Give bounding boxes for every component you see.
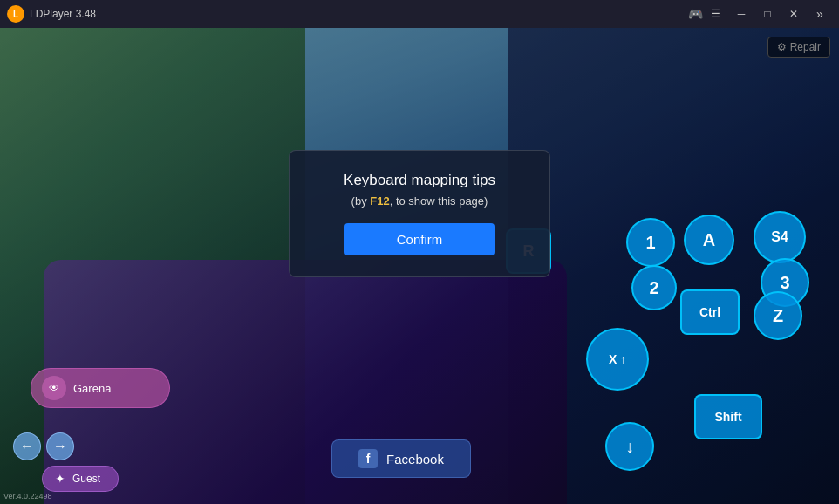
key-ctrl-button[interactable]: Ctrl — [680, 289, 740, 335]
key-shift-button[interactable]: Shift — [694, 394, 762, 439]
key-x-up-button[interactable]: X ↑ — [586, 328, 649, 391]
confirm-button[interactable]: Confirm — [344, 223, 495, 255]
titlebar: L LDPlayer 3.48 🎮 ☰ ─ □ ✕ » — [0, 0, 839, 28]
arrow-right-button[interactable]: → — [46, 432, 74, 460]
f12-key-label: F12 — [370, 194, 389, 208]
window-controls: ☰ ─ □ ✕ » — [703, 4, 832, 24]
key-s4-button[interactable]: S4 — [754, 211, 806, 263]
garena-button[interactable]: 👁 Garena — [31, 368, 170, 408]
garena-label: Garena — [73, 382, 111, 395]
maximize-button[interactable]: □ — [755, 4, 780, 24]
facebook-icon: f — [358, 449, 378, 468]
menu-button[interactable]: ☰ — [703, 4, 727, 24]
key-2-button[interactable]: 2 — [631, 265, 677, 310]
key-1-button[interactable]: 1 — [626, 218, 675, 267]
app-title: LDPlayer 3.48 — [30, 8, 683, 20]
game-area: ⚙ Repair Keyboard mapping tips (by F12, … — [0, 28, 839, 504]
key-down-button[interactable]: ↓ — [605, 422, 654, 471]
dialog-subtitle: (by F12, to show this page) — [324, 194, 515, 208]
app-logo: L — [7, 5, 24, 23]
guest-icon: ✦ — [55, 472, 65, 486]
arrow-left-button[interactable]: ← — [13, 432, 41, 460]
facebook-button[interactable]: f Facebook — [331, 439, 471, 478]
garena-icon: 👁 — [42, 376, 66, 400]
facebook-label: Facebook — [386, 452, 444, 467]
dialog-title: Keyboard mapping tips — [324, 172, 515, 189]
guest-button[interactable]: ✦ Guest — [42, 466, 119, 492]
key-a-button[interactable]: A — [684, 215, 734, 265]
minimize-button[interactable]: ─ — [729, 4, 754, 24]
subtitle-before: (by — [351, 194, 371, 208]
close-button[interactable]: ✕ — [781, 4, 806, 24]
key-z-button[interactable]: Z — [754, 291, 802, 340]
controller-icon: 🎮 — [688, 7, 703, 21]
guest-label: Guest — [72, 473, 100, 485]
subtitle-after: , to show this page) — [390, 194, 488, 208]
keyboard-tips-dialog: Keyboard mapping tips (by F12, to show t… — [289, 150, 550, 277]
expand-button[interactable]: » — [808, 4, 832, 24]
version-text: Ver.4.0.22498 — [3, 492, 52, 501]
garena-arrows: ← → — [13, 432, 74, 460]
